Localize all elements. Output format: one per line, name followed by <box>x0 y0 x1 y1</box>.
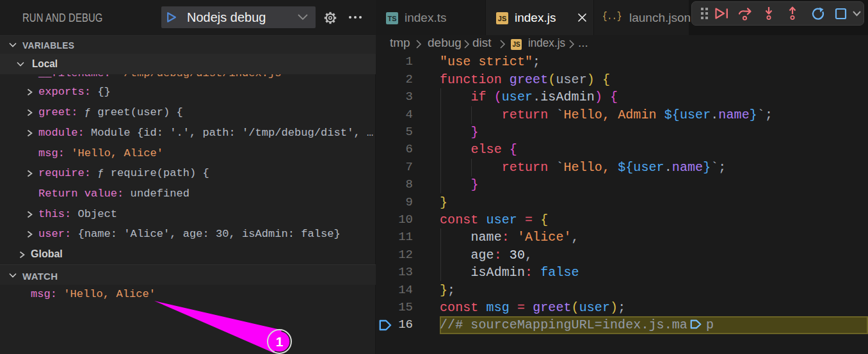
svg-text:1: 1 <box>276 334 284 349</box>
